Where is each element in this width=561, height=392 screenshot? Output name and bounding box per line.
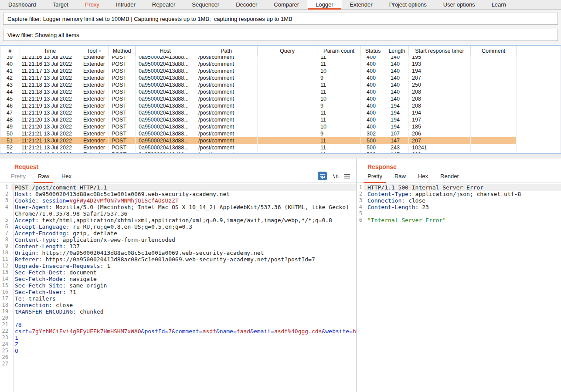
log-table-header: #TimeTool∧MethodHostPathQueryParam count… bbox=[0, 46, 561, 56]
cell: 194 bbox=[409, 68, 471, 74]
tab-project-options[interactable]: Project options bbox=[381, 0, 435, 9]
tab-extender[interactable]: Extender bbox=[342, 0, 381, 9]
tab-proxy[interactable]: Proxy bbox=[77, 0, 108, 9]
request-line-content: Host: 0a9500020413d88ac08c5c1e001a0069.w… bbox=[11, 191, 356, 197]
cell: POST bbox=[109, 68, 136, 74]
request-line-content: Z bbox=[11, 341, 356, 348]
tab-learn[interactable]: Learn bbox=[483, 0, 514, 9]
tab-logger[interactable]: Logger bbox=[307, 0, 341, 9]
table-row-39[interactable]: 3911:21:16 13 Jul 2022ExtenderPOST0a9500… bbox=[0, 56, 561, 61]
cell bbox=[471, 56, 517, 61]
request-line: 16Sec-Fetch-User: ?1 bbox=[0, 289, 356, 295]
column-header-length[interactable]: Length bbox=[385, 46, 409, 56]
cell: 0a9500020413d88... bbox=[136, 116, 195, 123]
table-row-48[interactable]: 4811:21:20 13 Jul 2022ExtenderPOST0a9500… bbox=[0, 116, 561, 123]
cell: Extender bbox=[80, 130, 109, 137]
line-number: 15 bbox=[0, 282, 11, 289]
cell-filler bbox=[517, 95, 561, 102]
column-header-query[interactable]: Query bbox=[258, 46, 317, 56]
request-line-content: tRANSFER-ENCODING: chunked bbox=[11, 308, 356, 315]
tab-comparer[interactable]: Comparer bbox=[265, 0, 307, 9]
tab-user-options[interactable]: User options bbox=[435, 0, 483, 9]
request-tab-raw[interactable]: Raw bbox=[34, 173, 53, 182]
table-row-46[interactable]: 4611:21:19 13 Jul 2022ExtenderPOST0a9500… bbox=[0, 102, 561, 109]
line-number: 17 bbox=[0, 295, 11, 302]
request-tab-hex[interactable]: Hex bbox=[58, 173, 75, 182]
column-header-path[interactable]: Path bbox=[195, 46, 258, 56]
column-header-host[interactable]: Host bbox=[136, 46, 195, 56]
request-line-content bbox=[11, 315, 356, 321]
cell-filler bbox=[517, 123, 561, 130]
column-header-param-count[interactable]: Param count bbox=[317, 46, 361, 56]
menu-icon[interactable] bbox=[344, 174, 350, 179]
tab-decoder[interactable]: Decoder bbox=[228, 0, 265, 9]
capture-filter-bar[interactable]: Capture filter: Logger memory limit set … bbox=[3, 13, 558, 25]
column-header-filler bbox=[517, 46, 561, 56]
table-row-49[interactable]: 4911:21:20 13 Jul 2022ExtenderPOST0a9500… bbox=[0, 123, 561, 130]
response-tab-render[interactable]: Render bbox=[436, 173, 463, 182]
table-row-50[interactable]: 5011:21:21 13 Jul 2022ExtenderPOST0a9500… bbox=[0, 130, 561, 137]
column-header-label: Status bbox=[365, 48, 381, 54]
line-number: 2 bbox=[0, 191, 11, 197]
cell bbox=[258, 88, 317, 95]
column-header-method[interactable]: Method bbox=[109, 46, 136, 56]
cell bbox=[258, 144, 317, 151]
column-header-time[interactable]: Time bbox=[20, 46, 80, 56]
column-header-tool[interactable]: Tool∧ bbox=[80, 46, 109, 56]
column-header-number[interactable]: # bbox=[0, 46, 20, 56]
response-tab-raw[interactable]: Raw bbox=[391, 173, 410, 182]
line-number: 11 bbox=[0, 256, 11, 263]
log-table: #TimeTool∧MethodHostPathQueryParam count… bbox=[0, 45, 561, 154]
column-header-status[interactable]: Status bbox=[361, 46, 385, 56]
view-filter-bar[interactable]: View filter: Showing all items bbox=[3, 29, 558, 41]
tab-target[interactable]: Target bbox=[44, 0, 77, 9]
tab-sequencer[interactable]: Sequencer bbox=[184, 0, 228, 9]
table-row-45[interactable]: 4511:21:19 13 Jul 2022ExtenderPOST0a9500… bbox=[0, 95, 561, 102]
response-tab-hex[interactable]: Hex bbox=[414, 173, 432, 182]
line-number: 2 bbox=[357, 191, 364, 197]
prettify-icon[interactable] bbox=[318, 172, 327, 180]
tab-repeater[interactable]: Repeater bbox=[144, 0, 184, 9]
table-row-43[interactable]: 4311:21:18 13 Jul 2022ExtenderPOST0a9500… bbox=[0, 81, 561, 88]
cell bbox=[258, 123, 317, 130]
table-row-51[interactable]: 5111:21:21 13 Jul 2022ExtenderPOST0a9500… bbox=[0, 137, 561, 144]
cell: POST bbox=[109, 116, 136, 123]
table-row-40[interactable]: 4011:21:16 13 Jul 2022ExtenderPOST0a9500… bbox=[0, 61, 561, 68]
response-editor[interactable]: 1HTTP/1.1 500 Internal Server Error2Cont… bbox=[357, 183, 561, 392]
cell bbox=[258, 102, 317, 109]
cell: 10 bbox=[317, 95, 361, 102]
tab-dashboard[interactable]: Dashboard bbox=[0, 0, 44, 9]
table-row-53[interactable]: 5311:21:22 13 Jul 2022ExtenderPOST0a9500… bbox=[0, 151, 561, 153]
newline-icon[interactable]: \n bbox=[333, 173, 339, 179]
response-line: 1HTTP/1.1 500 Internal Server Error bbox=[357, 184, 561, 191]
table-row-41[interactable]: 4111:21:17 13 Jul 2022ExtenderPOST0a9500… bbox=[0, 68, 561, 74]
cell: 11:21:16 13 Jul 2022 bbox=[20, 61, 80, 68]
line-number: 6 bbox=[0, 223, 11, 230]
cell: /post/comment bbox=[195, 109, 258, 116]
cell: 11:21:21 13 Jul 2022 bbox=[20, 130, 80, 137]
cell bbox=[258, 81, 317, 88]
column-header-comment[interactable]: Comment bbox=[471, 46, 517, 56]
cell: 11:21:16 13 Jul 2022 bbox=[20, 56, 80, 61]
request-editor[interactable]: 1POST /post/comment HTTP/1.12Host: 0a950… bbox=[0, 183, 356, 392]
request-line-content: User-Agent: Mozilla/5.0 (Macintosh; Inte… bbox=[11, 204, 356, 217]
column-header-start-response-timer[interactable]: Start response timer bbox=[409, 46, 471, 56]
response-tab-pretty[interactable]: Pretty bbox=[364, 173, 386, 182]
request-panel: Request PrettyRawHex \n bbox=[0, 159, 357, 392]
cell: 10 bbox=[317, 68, 361, 74]
tab-intruder[interactable]: Intruder bbox=[108, 0, 144, 9]
cell: 0a9500020413d88... bbox=[136, 102, 195, 109]
request-line-content: Accept-Language: ru-RU,ru;q=0.8,en-US;q=… bbox=[11, 223, 356, 230]
table-row-42[interactable]: 4211:21:17 13 Jul 2022ExtenderPOST0a9500… bbox=[0, 74, 561, 81]
request-line-content: Te: trailers bbox=[11, 295, 356, 302]
cell: 11:21:17 13 Jul 2022 bbox=[20, 68, 80, 74]
line-number: 6 bbox=[357, 217, 364, 223]
table-row-47[interactable]: 4711:21:19 13 Jul 2022ExtenderPOST0a9500… bbox=[0, 109, 561, 116]
request-line: 11Referer: https://0a9500020413d88ac08c5… bbox=[0, 256, 356, 263]
column-header-label: Param count bbox=[323, 48, 354, 54]
table-row-52[interactable]: 5211:21:21 13 Jul 2022ExtenderPOST0a9500… bbox=[0, 144, 561, 151]
horizontal-splitter[interactable] bbox=[0, 154, 561, 159]
line-number: 5 bbox=[0, 217, 11, 223]
table-row-44[interactable]: 4411:21:18 13 Jul 2022ExtenderPOST0a9500… bbox=[0, 88, 561, 95]
request-tab-pretty[interactable]: Pretty bbox=[7, 173, 30, 182]
